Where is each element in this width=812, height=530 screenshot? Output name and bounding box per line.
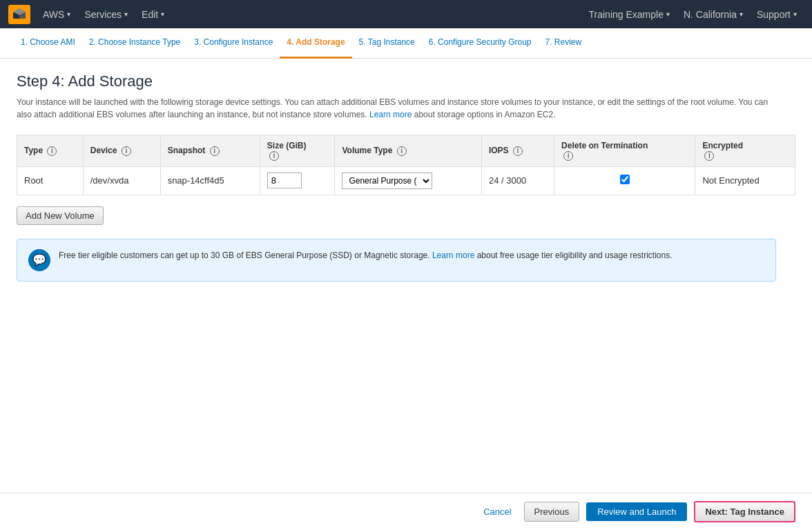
- info-box-chat-icon: 💬: [28, 249, 50, 271]
- volume-type-select[interactable]: General Purpose (: [342, 173, 432, 189]
- tab-tag-instance[interactable]: 5. Tag Instance: [352, 28, 422, 59]
- nav-region[interactable]: N. California ▾: [677, 0, 750, 28]
- device-info-icon[interactable]: i: [122, 146, 131, 156]
- col-encrypted: Encrypted i: [695, 135, 795, 167]
- row-device: /dev/xvda: [83, 166, 160, 195]
- encrypted-info-icon[interactable]: i: [704, 151, 714, 161]
- step-tabs: 1. Choose AMI 2. Choose Instance Type 3.…: [0, 28, 812, 59]
- nav-account[interactable]: Training Example ▾: [582, 0, 677, 28]
- review-and-launch-button[interactable]: Review and Launch: [586, 502, 687, 521]
- services-caret-icon: ▾: [124, 10, 128, 18]
- main-content: Step 4: Add Storage Your instance will b…: [0, 59, 812, 295]
- nav-edit[interactable]: Edit ▾: [135, 0, 171, 28]
- col-delete-on-termination: Delete on Termination i: [554, 135, 695, 167]
- previous-button[interactable]: Previous: [524, 502, 580, 522]
- row-snapshot: snap-14cff4d5: [160, 166, 260, 195]
- type-info-icon[interactable]: i: [47, 146, 57, 156]
- next-tag-instance-button[interactable]: Next: Tag Instance: [694, 501, 795, 522]
- col-snapshot: Snapshot i: [160, 135, 260, 167]
- support-caret-icon: ▾: [793, 10, 797, 18]
- aws-caret-icon: ▾: [67, 10, 70, 18]
- delete-termination-info-icon[interactable]: i: [563, 151, 573, 161]
- size-info-icon[interactable]: i: [269, 151, 279, 161]
- row-delete-on-termination: [554, 166, 695, 195]
- learn-more-description-link[interactable]: Learn more: [369, 110, 412, 119]
- storage-table: Type i Device i Snapshot i Size (GiB) i: [17, 135, 795, 195]
- page-title: Step 4: Add Storage: [17, 72, 795, 90]
- col-iops: IOPS i: [481, 135, 554, 167]
- account-caret-icon: ▾: [666, 10, 670, 18]
- row-volume-type: General Purpose (: [335, 166, 482, 195]
- tab-configure-security-group[interactable]: 6. Configure Security Group: [422, 28, 539, 59]
- cancel-button[interactable]: Cancel: [478, 507, 516, 517]
- tab-choose-ami[interactable]: 1. Choose AMI: [14, 28, 82, 59]
- tab-configure-instance[interactable]: 3. Configure Instance: [187, 28, 280, 59]
- col-device: Device i: [83, 135, 160, 167]
- info-box: 💬 Free tier eligible customers can get u…: [17, 239, 776, 282]
- nav-aws[interactable]: AWS ▾: [36, 0, 77, 28]
- info-box-text: Free tier eligible customers can get up …: [59, 249, 672, 262]
- aws-logo-box: [8, 5, 30, 24]
- col-type: Type i: [17, 135, 84, 167]
- add-new-volume-button[interactable]: Add New Volume: [17, 206, 104, 225]
- aws-logo: [8, 3, 30, 26]
- tab-choose-instance-type[interactable]: 2. Choose Instance Type: [82, 28, 188, 59]
- info-box-learn-more-link[interactable]: Learn more: [432, 251, 474, 260]
- row-type: Root: [17, 166, 84, 195]
- nav-services[interactable]: Services ▾: [77, 0, 135, 28]
- snapshot-info-icon[interactable]: i: [210, 146, 220, 156]
- iops-info-icon[interactable]: i: [513, 146, 523, 156]
- bottom-actions: Cancel Previous Review and Launch Next: …: [0, 493, 812, 530]
- size-input[interactable]: [267, 173, 302, 188]
- volume-type-info-icon[interactable]: i: [397, 146, 407, 156]
- edit-caret-icon: ▾: [161, 10, 164, 18]
- delete-termination-checkbox[interactable]: [620, 175, 630, 184]
- col-volume-type: Volume Type i: [335, 135, 482, 167]
- nav-support[interactable]: Support ▾: [750, 0, 804, 28]
- top-navigation: AWS ▾ Services ▾ Edit ▾ Training Example…: [0, 0, 812, 28]
- table-row: Root /dev/xvda snap-14cff4d5 General Pur…: [17, 166, 795, 195]
- page-description: Your instance will be launched with the …: [17, 96, 776, 121]
- tab-review[interactable]: 7. Review: [539, 28, 589, 59]
- col-size: Size (GiB) i: [260, 135, 335, 167]
- tab-add-storage[interactable]: 4. Add Storage: [280, 28, 351, 59]
- row-iops: 24 / 3000: [481, 166, 554, 195]
- region-caret-icon: ▾: [740, 10, 743, 18]
- row-size: [260, 166, 335, 195]
- row-encrypted: Not Encrypted: [695, 166, 795, 195]
